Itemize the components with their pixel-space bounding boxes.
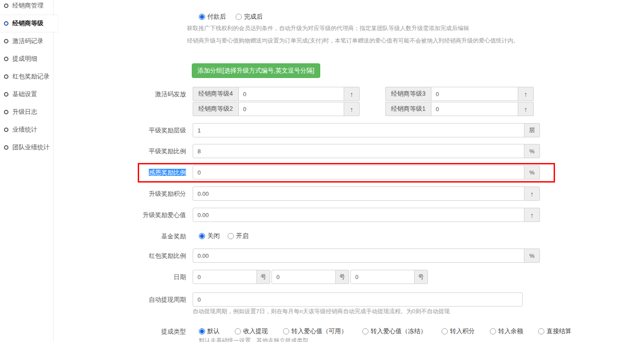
circle-icon — [4, 145, 8, 150]
upgrade-love-label: 升级奖励爱心值 — [54, 208, 186, 222]
percent-unit-label: % — [524, 144, 540, 158]
circle-icon — [4, 74, 8, 79]
sidebar-item-label: 提成明细 — [12, 55, 37, 63]
sidebar-item-label: 业绩统计 — [12, 126, 37, 134]
gratitude-ratio-input[interactable] — [193, 165, 524, 179]
fund-reward-label: 基金奖励 — [54, 232, 186, 241]
radio-commission-love-frozen[interactable]: 转入爱心值（冻结） — [362, 327, 427, 335]
fund-reward-radio-group: 关闭 开启 — [193, 232, 248, 241]
up-arrow-icon[interactable]: ↑ — [524, 208, 540, 222]
level4-prefix-label: 经销商等级4 — [193, 87, 238, 101]
add-group-button[interactable]: 添加分组[选择升级方式编号,英文逗号分隔] — [192, 63, 320, 78]
percent-unit-label: % — [524, 165, 540, 179]
radio-label: 开启 — [236, 232, 248, 240]
radio-after-completion[interactable]: 完成后 — [236, 13, 263, 21]
sidebar-item-label: 团队业绩统计 — [12, 144, 50, 152]
redpacket-ratio-input[interactable] — [193, 249, 524, 263]
radio-unchecked-icon[interactable] — [283, 328, 289, 334]
radio-label: 完成后 — [244, 13, 263, 21]
upgrade-points-input[interactable] — [193, 187, 524, 201]
circle-icon — [4, 92, 8, 97]
radio-label: 直接结算 — [547, 327, 571, 335]
radio-unchecked-icon[interactable] — [538, 328, 544, 334]
commission-type-radio-group: 默认 收入提现 转入爱心值（可用） 转入爱心值（冻结） 转入积分 转入余额 — [193, 327, 571, 336]
up-arrow-icon[interactable]: ↑ — [524, 187, 540, 201]
radio-checked-icon[interactable] — [199, 328, 205, 334]
date-input-1[interactable] — [193, 270, 257, 284]
circle-icon — [4, 57, 8, 61]
selected-text-highlight: 感恩奖励比例 — [149, 169, 186, 176]
sidebar-item-dealer-level[interactable]: 经销商等级 — [0, 15, 58, 32]
up-arrow-icon[interactable]: ↑ — [344, 87, 360, 101]
up-arrow-icon[interactable]: ↑ — [344, 102, 360, 116]
radio-unchecked-icon[interactable] — [228, 233, 234, 239]
day-unit-label: 号 — [257, 270, 270, 284]
radio-label: 关闭 — [207, 232, 220, 240]
up-arrow-icon[interactable]: ↑ — [518, 102, 534, 116]
sidebar-item-label: 基础设置 — [12, 90, 37, 98]
sidebar-item-activation-code-records[interactable]: 激活码记录 — [0, 32, 54, 50]
radio-fund-on[interactable]: 开启 — [228, 232, 248, 240]
radio-checked-icon[interactable] — [199, 233, 205, 239]
radio-unchecked-icon[interactable] — [442, 328, 448, 334]
activation-level2-input[interactable] — [238, 102, 344, 116]
radio-label: 付款后 — [207, 13, 226, 21]
radio-commission-points[interactable]: 转入积分 — [442, 327, 475, 335]
sidebar: 经销商管理 经销商等级 激活码记录 提成明细 红包奖励记录 基础设置 升级日志 — [0, 0, 58, 342]
upgrade-help-line1: 获取推广下线权利的会员达到条件，自动升级为对应等级的代理商；指定某团队等级人数升… — [187, 24, 469, 32]
sidebar-item-basic-settings[interactable]: 基础设置 — [0, 86, 54, 103]
circle-icon — [4, 110, 8, 114]
date-input-2[interactable] — [272, 270, 336, 284]
commission-type-help: 默认走基础统一设置，其他走独立提成类型 — [199, 337, 308, 342]
sidebar-item-commission-details[interactable]: 提成明细 — [0, 50, 54, 68]
sidebar-item-label: 激活码记录 — [12, 37, 43, 45]
radio-fund-off[interactable]: 关闭 — [199, 232, 220, 240]
peer-level-input[interactable] — [193, 123, 524, 137]
radio-checked-icon[interactable] — [199, 14, 205, 20]
circle-icon — [4, 128, 8, 132]
auto-withdraw-input[interactable] — [193, 292, 523, 307]
day-unit-label: 号 — [336, 270, 349, 284]
radio-unchecked-icon[interactable] — [236, 14, 242, 20]
redpacket-ratio-label: 红包奖励比例 — [54, 249, 186, 263]
radio-commission-default[interactable]: 默认 — [199, 327, 220, 335]
percent-unit-label: % — [524, 249, 540, 263]
radio-after-payment[interactable]: 付款后 — [199, 13, 226, 21]
radio-unchecked-icon[interactable] — [490, 328, 496, 334]
gratitude-ratio-label: 感恩奖励比例 — [54, 165, 186, 179]
auto-withdraw-label: 自动提现周期 — [54, 292, 186, 307]
upgrade-love-group: ↑ — [193, 208, 540, 222]
date-input-3[interactable] — [350, 270, 415, 284]
peer-ratio-label: 平级奖励比例 — [54, 144, 186, 158]
peer-ratio-input[interactable] — [193, 144, 524, 158]
sidebar-menu: 经销商管理 经销商等级 激活码记录 提成明细 红包奖励记录 基础设置 升级日志 — [0, 0, 58, 156]
radio-unchecked-icon[interactable] — [362, 328, 369, 334]
radio-label: 转入爱心值（可用） — [291, 327, 347, 335]
radio-commission-direct-settle[interactable]: 直接结算 — [538, 327, 571, 335]
sidebar-item-upgrade-log[interactable]: 升级日志 — [0, 103, 54, 121]
sidebar-item-label: 升级日志 — [12, 108, 37, 116]
sidebar-item-label: 经销商管理 — [12, 2, 43, 10]
sidebar-item-performance-stats[interactable]: 业绩统计 — [0, 121, 54, 139]
radio-commission-income-withdraw[interactable]: 收入提现 — [235, 327, 268, 335]
sidebar-item-team-performance-stats[interactable]: 团队业绩统计 — [0, 139, 54, 156]
level3-prefix-label: 经销商等级3 — [385, 87, 431, 101]
activation-group-level4: 经销商等级4 ↑ — [193, 87, 360, 101]
activation-level3-input[interactable] — [431, 87, 518, 101]
radio-commission-balance[interactable]: 转入余额 — [490, 327, 523, 335]
upgrade-love-input[interactable] — [193, 208, 524, 222]
activation-level1-input[interactable] — [431, 102, 518, 116]
radio-label: 收入提现 — [243, 327, 268, 335]
sidebar-item-redpacket-records[interactable]: 红包奖励记录 — [0, 68, 54, 86]
radio-commission-love-available[interactable]: 转入爱心值（可用） — [283, 327, 347, 335]
up-arrow-icon[interactable]: ↑ — [518, 87, 534, 101]
radio-unchecked-icon[interactable] — [235, 328, 241, 334]
activation-level4-input[interactable] — [238, 87, 344, 101]
peer-level-label: 平级奖励层级 — [54, 123, 186, 137]
auto-withdraw-group — [193, 292, 523, 307]
activation-group-level3: 经销商等级3 ↑ — [385, 87, 534, 101]
date-group-1: 号 — [193, 270, 270, 284]
gratitude-ratio-group: % — [193, 165, 540, 179]
sidebar-item-dealer-management[interactable]: 经销商管理 — [0, 0, 54, 15]
date-group-3: 号 — [350, 270, 428, 284]
